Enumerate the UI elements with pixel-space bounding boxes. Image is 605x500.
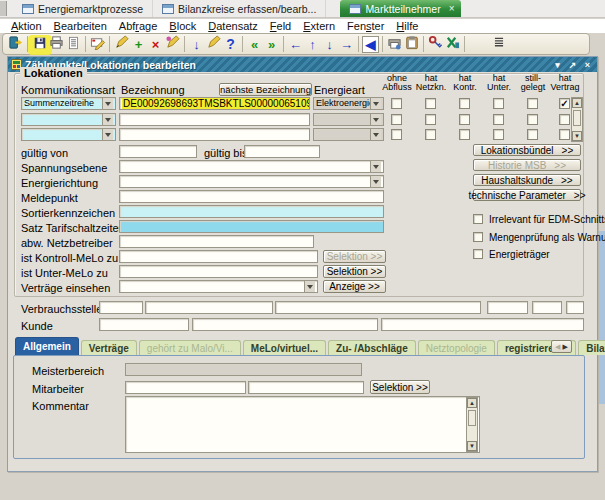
verbrauchsstelle-input-3[interactable] bbox=[275, 301, 481, 314]
energieart-select-row1[interactable]: Elektroenergie bbox=[313, 97, 384, 110]
exit-icon[interactable] bbox=[7, 36, 24, 53]
tab-vertr-ge[interactable]: Verträge bbox=[81, 340, 137, 355]
arrow-right-icon[interactable]: → bbox=[338, 36, 355, 53]
execute-query-icon[interactable]: ↓ bbox=[188, 36, 205, 53]
menu-feld[interactable]: Feld bbox=[264, 20, 297, 32]
edit-field-icon[interactable] bbox=[89, 36, 106, 53]
tab-zu-abschl-ge[interactable]: Zu- /Abschläge bbox=[328, 340, 416, 355]
rows-icon[interactable] bbox=[490, 36, 507, 53]
tab-scroll-right-icon[interactable]: ▶ bbox=[563, 343, 568, 351]
kommentar-textarea[interactable] bbox=[125, 396, 480, 453]
haushaltskunde-button[interactable]: Haushaltskunde>> bbox=[473, 174, 581, 186]
window-restore-button[interactable]: ↗ bbox=[566, 59, 579, 70]
record1-check-2[interactable] bbox=[425, 98, 436, 109]
record1-check-5[interactable] bbox=[527, 98, 538, 109]
record2-check-1[interactable] bbox=[391, 114, 402, 125]
back-icon[interactable]: ◀ bbox=[362, 36, 379, 53]
key-icon[interactable] bbox=[427, 36, 444, 53]
record1-check-6[interactable]: ✓ bbox=[559, 98, 570, 109]
abw-netzbetreiber-input[interactable] bbox=[119, 235, 314, 248]
mengenpruefung-checkbox[interactable] bbox=[473, 232, 483, 242]
kommunikationsart-select-row1[interactable]: Summenzeitreihe bbox=[21, 97, 116, 110]
kunde-input-3[interactable] bbox=[381, 318, 584, 331]
energierichtung-select[interactable] bbox=[119, 175, 384, 188]
app-tab-2[interactable]: Bilanzkreise erfassen/bearb... bbox=[153, 0, 326, 17]
delete-record-icon[interactable]: × bbox=[147, 36, 164, 53]
dropdown-arrow-icon[interactable] bbox=[370, 114, 381, 125]
ist-kontroll-melo-input[interactable] bbox=[119, 250, 318, 263]
tab-allgemein[interactable]: Allgemein bbox=[15, 337, 79, 355]
gueltig-bis-input[interactable] bbox=[244, 145, 320, 158]
arrow-left-icon[interactable]: ← bbox=[287, 36, 304, 53]
print-icon[interactable] bbox=[48, 36, 65, 53]
save-icon[interactable] bbox=[31, 36, 48, 53]
record2-check-2[interactable] bbox=[425, 114, 436, 125]
enter-query-icon[interactable] bbox=[113, 36, 130, 53]
vertraege-einsehen-select[interactable] bbox=[119, 280, 318, 293]
menu-bearbeiten[interactable]: Bearbeiten bbox=[48, 20, 113, 32]
window-close-button[interactable]: × bbox=[581, 59, 594, 70]
menu-datensatz[interactable]: Datensatz bbox=[202, 20, 264, 32]
selektion-kontroll-button[interactable]: Selektion >> bbox=[323, 250, 386, 263]
verbrauchsstelle-input-5[interactable] bbox=[532, 301, 562, 314]
mitarbeiter-input-2[interactable] bbox=[248, 381, 364, 394]
scroll-up-icon[interactable]: ▲ bbox=[467, 398, 477, 408]
kunde-input-2[interactable] bbox=[192, 318, 378, 331]
gueltig-von-input[interactable] bbox=[119, 145, 197, 158]
dropdown-arrow-icon[interactable] bbox=[102, 114, 113, 125]
dropdown-arrow-icon[interactable] bbox=[102, 129, 113, 140]
historie-msb-button[interactable]: Historie MSB>> bbox=[473, 159, 581, 171]
record2-check-5[interactable] bbox=[527, 114, 538, 125]
record-scrollbar[interactable]: ▲ ▼ bbox=[571, 97, 583, 142]
tab-geh-rt-zu-malo-vi-[interactable]: gehört zu Malo/Vi... bbox=[139, 340, 241, 355]
dropdown-arrow-icon[interactable] bbox=[370, 129, 381, 140]
irrelevant-edm-checkbox[interactable] bbox=[473, 214, 483, 224]
menu-abfrage[interactable]: Abfrage bbox=[113, 20, 164, 32]
print-setup-icon[interactable] bbox=[386, 36, 403, 53]
record3-check-2[interactable] bbox=[425, 129, 436, 140]
record1-check-3[interactable] bbox=[459, 98, 470, 109]
mitarbeiter-selektion-button[interactable]: Selektion >> bbox=[370, 380, 430, 394]
dropdown-arrow-icon[interactable] bbox=[370, 161, 381, 172]
kunde-input-1[interactable] bbox=[99, 318, 189, 331]
menu-hilfe[interactable]: Hilfe bbox=[390, 20, 424, 32]
meldepunkt-input[interactable] bbox=[119, 190, 384, 203]
record3-check-3[interactable] bbox=[459, 129, 470, 140]
menu-extern[interactable]: Extern bbox=[297, 20, 341, 32]
dropdown-arrow-icon[interactable] bbox=[370, 176, 381, 187]
verbrauchsstelle-input-2[interactable] bbox=[145, 301, 273, 314]
dialog-title-bar[interactable]: Zählpunkte/Lokationen bearbeiten ▾ ↗ × bbox=[8, 57, 597, 72]
report-icon[interactable] bbox=[65, 36, 82, 53]
dropdown-arrow-icon[interactable] bbox=[102, 98, 113, 109]
record3-check-4[interactable] bbox=[493, 129, 504, 140]
energieart-select-row3[interactable] bbox=[313, 128, 384, 141]
menu-fenster[interactable]: Fenster bbox=[341, 20, 390, 32]
record2-check-3[interactable] bbox=[459, 114, 470, 125]
insert-record-icon[interactable]: + bbox=[130, 36, 147, 53]
kommunikationsart-select-row3[interactable] bbox=[21, 128, 116, 141]
edit-icon[interactable] bbox=[205, 36, 222, 53]
verbrauchsstelle-input-4[interactable] bbox=[487, 301, 528, 314]
bezeichnung-input-row2[interactable] bbox=[119, 113, 310, 126]
tab-close-icon[interactable]: × bbox=[449, 3, 455, 14]
naechste-bezeichnung-button[interactable]: nächste Bezeichnung bbox=[219, 83, 312, 96]
scroll-up-icon[interactable]: ▲ bbox=[572, 98, 582, 108]
excel-export-icon[interactable] bbox=[444, 36, 461, 53]
sortierkennzeichen-input[interactable] bbox=[119, 205, 384, 218]
anzeige-button[interactable]: Anzeige >> bbox=[323, 280, 386, 293]
record3-check-5[interactable] bbox=[527, 129, 538, 140]
record2-check-6[interactable] bbox=[559, 114, 570, 125]
selektion-unter-button[interactable]: Selektion >> bbox=[323, 265, 386, 278]
scroll-down-icon[interactable]: ▼ bbox=[467, 441, 477, 451]
menu-block[interactable]: Block bbox=[163, 20, 202, 32]
kommunikationsart-select-row2[interactable] bbox=[21, 113, 116, 126]
scroll-down-icon[interactable]: ▼ bbox=[572, 131, 582, 141]
arrow-down-icon[interactable]: ↓ bbox=[321, 36, 338, 53]
dropdown-arrow-icon[interactable] bbox=[370, 98, 381, 109]
energieart-select-row2[interactable] bbox=[313, 113, 384, 126]
bezeichnung-input-row1[interactable]: DE00092698693TMSBKTLS000000651095 bbox=[119, 97, 310, 110]
record3-check-6[interactable] bbox=[559, 129, 570, 140]
kommentar-scrollbar[interactable]: ▲ ▼ bbox=[466, 397, 478, 452]
record1-check-4[interactable] bbox=[493, 98, 504, 109]
record1-check-1[interactable] bbox=[391, 98, 402, 109]
